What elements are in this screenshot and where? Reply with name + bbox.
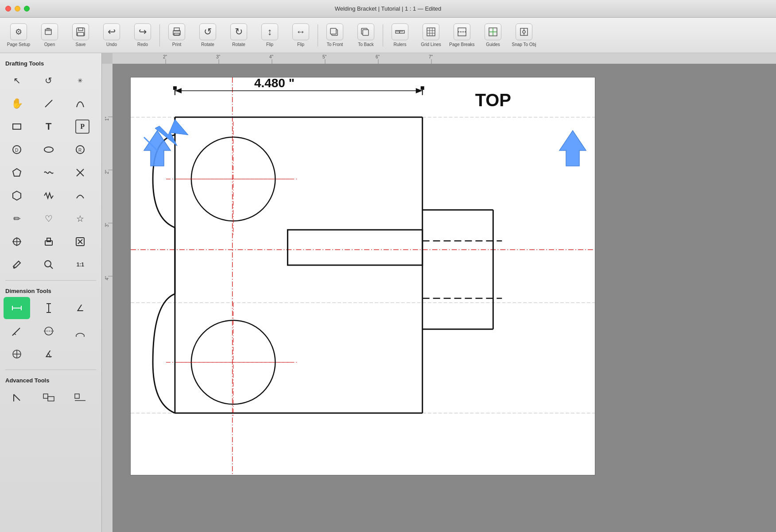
rotate-right-icon: ↻: [230, 23, 247, 40]
toolbar-print[interactable]: Print: [162, 20, 192, 51]
toolbar-undo[interactable]: ↩ Undo: [97, 20, 127, 51]
tool-dim-horiz[interactable]: [4, 297, 30, 319]
main-area: Drafting Tools ↖ ↺ ✳ ✋ T P D R: [0, 53, 776, 532]
tool-dim-arc[interactable]: [67, 320, 93, 342]
toolbar-to-front[interactable]: To Front: [320, 20, 350, 51]
advanced-tools-grid: [0, 386, 101, 409]
page-breaks-icon: [454, 23, 470, 40]
tool-rect[interactable]: [4, 116, 30, 138]
to-back-icon: [357, 23, 374, 40]
tool-polygon[interactable]: [4, 162, 30, 184]
tool-circle-d[interactable]: D: [4, 139, 30, 161]
drawing-canvas[interactable]: 4.480 " TOP: [113, 64, 776, 532]
toolbar-to-back[interactable]: To Back: [351, 20, 381, 51]
tool-delete[interactable]: [67, 231, 93, 253]
tool-heart[interactable]: ♡: [35, 208, 62, 230]
tool-undo[interactable]: ↺: [35, 69, 62, 92]
tool-pin[interactable]: P: [75, 120, 89, 134]
svg-point-51: [45, 261, 51, 267]
svg-text:3": 3": [105, 223, 109, 227]
toolbar-open[interactable]: Open: [35, 20, 65, 51]
svg-text:6": 6": [376, 54, 380, 59]
traffic-lights: [5, 6, 30, 12]
tool-adv-select[interactable]: [4, 386, 30, 409]
svg-rect-3: [78, 32, 84, 36]
to-front-icon: [326, 23, 343, 40]
tool-dim-cross[interactable]: [4, 343, 30, 365]
tool-pencil[interactable]: ✏: [4, 208, 30, 230]
tool-eyedropper[interactable]: [4, 254, 30, 276]
tool-adv-3[interactable]: [67, 386, 93, 409]
section-divider-1: [5, 280, 96, 281]
drafting-tools-title: Drafting Tools: [0, 57, 101, 69]
tool-dim-vert[interactable]: [35, 297, 62, 319]
tool-crosshair[interactable]: [4, 231, 30, 253]
flip-h-icon: ↔: [292, 23, 309, 40]
tool-stamp[interactable]: [35, 231, 62, 253]
toolbar-page-breaks[interactable]: Page Breaks: [447, 20, 477, 51]
tool-hash[interactable]: [67, 162, 93, 184]
svg-text:D: D: [15, 148, 18, 153]
minimize-button[interactable]: [15, 6, 20, 12]
toolbar-sep-2: [318, 24, 318, 46]
svg-marker-130: [144, 131, 171, 166]
tool-wave[interactable]: [35, 162, 62, 184]
svg-marker-41: [13, 191, 21, 200]
titlebar: Welding Bracket | Tutorial | 1 : 1 — Edi…: [0, 0, 776, 18]
tool-hand[interactable]: ✋: [4, 93, 30, 115]
grid-lines-icon: [423, 23, 439, 40]
svg-rect-32: [13, 124, 21, 129]
undo-icon: ↩: [103, 23, 120, 40]
toolbar-save[interactable]: Save: [66, 20, 96, 51]
tool-hexagon[interactable]: [4, 185, 30, 207]
toolbar-snap-to-obj[interactable]: Snap To Obj: [509, 20, 539, 51]
tool-line[interactable]: [35, 93, 62, 115]
toolbar-rotate-left[interactable]: ↺ Rotate: [193, 20, 223, 51]
svg-line-52: [50, 266, 53, 269]
tool-circle-r[interactable]: R: [67, 139, 93, 161]
tool-star[interactable]: ☆: [67, 208, 93, 230]
tool-point[interactable]: ✳: [67, 69, 93, 92]
rotate-left-icon: ↺: [199, 23, 216, 40]
tool-scale[interactable]: 1:1: [67, 254, 93, 276]
toolbar-sep-3: [383, 24, 383, 46]
toolbar-flip-h[interactable]: ↔ Flip: [286, 20, 316, 51]
toolbar-guides[interactable]: Guides: [478, 20, 508, 51]
tool-arc[interactable]: [67, 185, 93, 207]
drafting-tools-grid: ↖ ↺ ✳ ✋ T P D R: [0, 69, 101, 277]
ruler-top: 2" 3" 4" 5" 6" 7": [102, 53, 776, 64]
toolbar-grid-lines[interactable]: Grid Lines: [416, 20, 446, 51]
tool-dim-angle[interactable]: ∠: [67, 297, 93, 319]
svg-line-31: [45, 100, 52, 107]
toolbar-flip-v[interactable]: ↕ Flip: [255, 20, 285, 51]
tool-adv-2[interactable]: [35, 386, 62, 409]
svg-point-35: [44, 147, 53, 152]
svg-text:7": 7": [429, 54, 433, 59]
tool-text[interactable]: T: [35, 116, 62, 138]
tool-ellipse[interactable]: [35, 139, 62, 161]
guides-icon: [485, 23, 501, 40]
svg-text:4": 4": [105, 276, 109, 280]
tool-dim-radius[interactable]: [4, 320, 30, 342]
maximize-button[interactable]: [24, 6, 30, 12]
svg-rect-86: [102, 64, 113, 532]
toolbar-rotate-right[interactable]: ↻ Rotate: [224, 20, 254, 51]
tool-select[interactable]: ↖: [4, 69, 30, 92]
svg-rect-8: [330, 28, 336, 34]
close-button[interactable]: [5, 6, 11, 12]
svg-rect-68: [43, 394, 48, 398]
tool-zigzag[interactable]: [35, 185, 62, 207]
svg-point-28: [523, 31, 525, 33]
toolbar-redo[interactable]: ↪ Redo: [128, 20, 158, 51]
tool-bezier[interactable]: [67, 93, 93, 115]
toolbar-rulers[interactable]: Rulers: [385, 20, 415, 51]
tool-magnify[interactable]: [35, 254, 62, 276]
flip-v-icon: ↕: [261, 23, 278, 40]
svg-rect-6: [174, 33, 179, 35]
toolbar-page-setup[interactable]: ⚙ Page Setup: [4, 20, 34, 51]
svg-rect-70: [75, 394, 79, 398]
canvas-area[interactable]: 2" 3" 4" 5" 6" 7": [102, 53, 776, 532]
blue-arrow-right: [553, 126, 593, 170]
tool-dim-circle[interactable]: [35, 320, 62, 342]
tool-dim-angle2[interactable]: ∡: [35, 343, 62, 365]
